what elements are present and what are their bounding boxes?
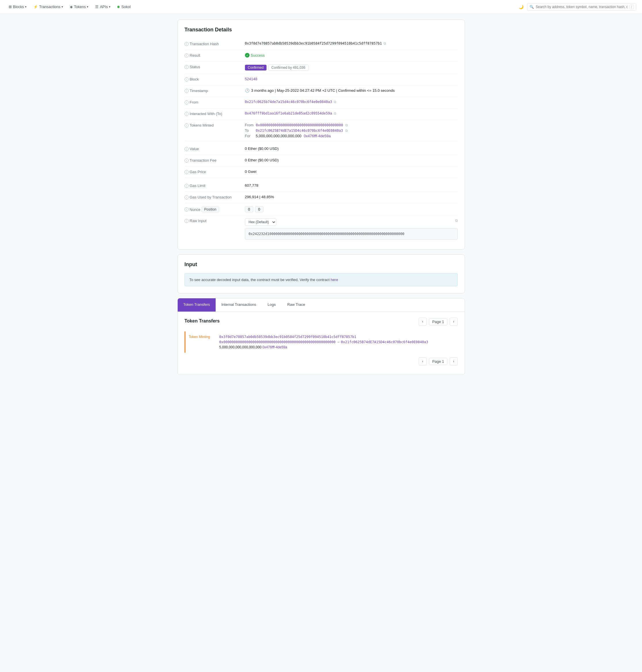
nonce-value: 0 xyxy=(245,206,253,212)
tokens-minted-token-link[interactable]: 0x476fff-4de59a xyxy=(304,134,331,138)
value-label: Value xyxy=(190,147,199,151)
tokens-menu[interactable]: ◈ Tokens ▾ xyxy=(67,3,91,11)
transfer-hash-link[interactable]: 0x3f0d7e70857ab0db50539dbb3ec91b0584f25d… xyxy=(219,335,357,339)
gas-limit-value-cell: 607,778 xyxy=(245,183,458,188)
tx-hash-copy-icon[interactable]: ⧉ xyxy=(384,41,386,46)
transfer-amount-row: 5,000,000,000,000,000,000 0x476fff-4de59… xyxy=(219,345,458,349)
timestamp-value-cell: 🕐 3 months ago | May-25-2022 04:27:42 PM… xyxy=(245,88,458,93)
tokens-minted-from-label: From xyxy=(245,123,254,127)
value-info-icon[interactable]: i xyxy=(184,147,189,151)
transactions-menu[interactable]: ⚡ Transactions ▾ xyxy=(30,3,66,11)
interacted-with-copy-icon[interactable]: ⧉ xyxy=(334,111,336,115)
result-value-cell: Success xyxy=(245,53,458,58)
gas-used-value: 296,914 | 48.85% xyxy=(245,195,274,199)
search-slash-key: / xyxy=(629,4,634,9)
interacted-with-value-cell: 0x476fff9bd1aa16f1e6ab21de05ad2c09554de5… xyxy=(245,111,458,115)
tokens-chevron-icon: ▾ xyxy=(87,5,88,8)
gas-used-row: i Gas Used by Transaction 296,914 | 48.8… xyxy=(184,192,458,203)
tx-hash-info-icon[interactable]: i xyxy=(184,42,189,46)
network-label: Sokol xyxy=(121,4,131,9)
from-address-link[interactable]: 0x21fc0625b74de7a15d4c46c070bc6f4e0e0840… xyxy=(245,100,332,104)
gas-limit-info-icon[interactable]: i xyxy=(184,184,189,188)
gas-used-label-cell: i Gas Used by Transaction xyxy=(184,195,245,199)
block-label: Block xyxy=(190,77,199,81)
dark-mode-toggle[interactable]: 🌙 xyxy=(516,3,526,11)
tokens-minted-to-label: To xyxy=(245,128,254,132)
timestamp-info-icon[interactable]: i xyxy=(184,89,189,93)
gas-used-value-cell: 296,914 | 48.85% xyxy=(245,195,458,199)
clock-icon: 🕐 xyxy=(245,88,249,93)
token-transfers-title: Token Transfers xyxy=(184,318,220,324)
blocks-label: Blocks xyxy=(13,4,24,9)
transactions-label: Transactions xyxy=(39,4,60,9)
tx-hash-row: i Transaction Hash 0x3f0d7e70857ab0db505… xyxy=(184,39,458,50)
prev-page-button[interactable]: ‹ xyxy=(419,318,427,326)
transfer-from-link[interactable]: 0x00000000000000000000000000000000000000… xyxy=(219,340,336,344)
position-value: 0 xyxy=(255,206,264,212)
value-label-cell: i Value xyxy=(184,147,245,151)
tokens-minted-info-icon[interactable]: i xyxy=(184,123,189,127)
search-input[interactable] xyxy=(536,5,628,9)
tokens-minted-from-copy-icon[interactable]: ⧉ xyxy=(345,123,348,127)
transfer-token-link[interactable]: 0x476fff-4de59a xyxy=(262,345,287,349)
apis-label: APIs xyxy=(100,4,107,9)
raw-input-info-icon[interactable]: i xyxy=(184,219,189,223)
tx-hash-value: 0x3f0d7e70857ab0db50539dbb3ec91b0584f25d… xyxy=(245,41,382,46)
tokens-minted-to-copy-icon[interactable]: ⧉ xyxy=(345,129,348,132)
raw-input-copy-icon[interactable]: ⧉ xyxy=(453,218,458,226)
from-info-icon[interactable]: i xyxy=(184,100,189,104)
banner-text: To see accurate decoded input data, the … xyxy=(190,278,330,282)
tab-logs[interactable]: Logs xyxy=(262,298,281,312)
interacted-with-link[interactable]: 0x476fff9bd1aa16f1e6ab21de05ad2c09554de5… xyxy=(245,111,332,115)
tx-fee-info-icon[interactable]: i xyxy=(184,159,189,163)
tab-raw-trace[interactable]: Raw Trace xyxy=(281,298,311,312)
tokens-minted-from-link[interactable]: 0x00000000000000000000000000000000000000… xyxy=(256,123,343,127)
input-info-banner: To see accurate decoded input data, the … xyxy=(184,273,458,286)
tokens-minted-value-cell: From 0x000000000000000000000000000000000… xyxy=(245,123,458,138)
result-info-icon[interactable]: i xyxy=(184,53,189,58)
gas-limit-row: i Gas Limit 607,778 xyxy=(184,180,458,192)
status-info-icon[interactable]: i xyxy=(184,65,189,69)
prev-page-button-bottom[interactable]: ‹ xyxy=(419,357,427,365)
gas-used-label: Gas Used by Transaction xyxy=(190,195,232,199)
raw-input-value-cell: Hex (Default) ⧉ 0x242232d100000000000000… xyxy=(245,218,458,240)
next-page-button-bottom[interactable]: › xyxy=(450,357,458,365)
next-page-button[interactable]: › xyxy=(450,318,458,326)
pagination-bottom: ‹ Page 1 › xyxy=(184,357,458,365)
hex-format-select[interactable]: Hex (Default) xyxy=(245,218,276,226)
page-label-top: Page 1 xyxy=(429,318,447,325)
tokens-minted-for-label: For xyxy=(245,134,254,138)
block-link[interactable]: 524148 xyxy=(245,77,257,81)
tokens-minted-to-row: To 0x21fc0625B74dE7a15D4c46c070bc6f4e0E0… xyxy=(245,128,348,132)
tokens-minted-to-link[interactable]: 0x21fc0625B74dE7a15D4c46c070bc6f4e0E0840… xyxy=(256,129,343,132)
network-selector[interactable]: Sokol xyxy=(114,3,134,10)
transfer-addresses-row: 0x00000000000000000000000000000000000000… xyxy=(219,340,458,344)
block-label-cell: i Block xyxy=(184,77,245,81)
apis-menu[interactable]: ☰ APIs ▾ xyxy=(92,3,113,11)
nonce-info-icon[interactable]: i xyxy=(184,207,189,212)
nonce-label: Nonce xyxy=(190,207,201,212)
block-info-icon[interactable]: i xyxy=(184,77,189,81)
blocks-chevron-icon: ▾ xyxy=(25,5,26,8)
verify-contract-link[interactable]: here xyxy=(331,278,338,282)
gas-price-info-icon[interactable]: i xyxy=(184,170,189,174)
blocks-menu[interactable]: ⊞ Blocks ▾ xyxy=(6,3,29,11)
interacted-with-info-icon[interactable]: i xyxy=(184,112,189,116)
transaction-details-title: Transaction Details xyxy=(184,27,458,33)
gas-used-info-icon[interactable]: i xyxy=(184,195,189,199)
token-transfers-section-header: Token Transfers ‹ Page 1 › xyxy=(184,318,458,329)
tx-fee-label: Transaction Fee xyxy=(190,158,217,163)
tokens-minted-from-row: From 0x000000000000000000000000000000000… xyxy=(245,123,348,127)
from-copy-icon[interactable]: ⧉ xyxy=(334,100,336,104)
raw-input-box: 0x242232d1000000000000000000000000000000… xyxy=(245,228,458,240)
transfer-to-link[interactable]: 0x21fc0625B74dE7A15D4c46c070bc6f4e0E0840… xyxy=(341,340,428,344)
tabs-content: Token Transfers ‹ Page 1 › Token Minting… xyxy=(178,312,465,375)
tab-token-transfers[interactable]: Token Transfers xyxy=(178,298,216,312)
raw-input-text: 0x242232d1000000000000000000000000000000… xyxy=(249,232,405,236)
tokens-minted-table: From 0x000000000000000000000000000000000… xyxy=(245,123,348,138)
gas-price-label-cell: i Gas Price xyxy=(184,169,245,174)
tab-internal-transactions[interactable]: Internal Transactions xyxy=(216,298,262,312)
result-success-badge: Success xyxy=(245,53,265,58)
value-value-cell: 0 Ether ($0.00 USD) xyxy=(245,147,458,151)
transfer-amount-value: 5,000,000,000,000,000,000 xyxy=(219,345,262,349)
